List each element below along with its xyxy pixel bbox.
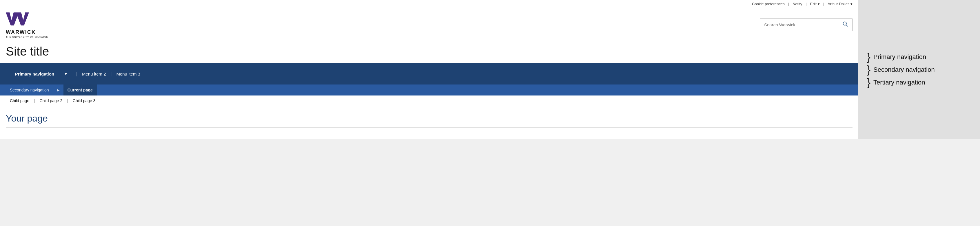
sep1: | <box>788 2 789 6</box>
primary-nav-item-1[interactable]: Primary navigation ▾ <box>6 63 76 84</box>
secondary-nav-current[interactable]: Current page <box>64 84 97 95</box>
annotation-tertiary: } Tertiary navigation <box>867 77 971 88</box>
logo-subtext: THE UNIVERSITY OF WARWICK <box>6 36 48 38</box>
primary-nav-item-2[interactable]: Menu item 2 <box>77 68 111 81</box>
tertiary-nav-item-2[interactable]: Child page 2 <box>36 95 67 106</box>
tertiary-sep-2: | <box>66 95 69 106</box>
brace-primary: } <box>867 52 870 62</box>
tertiary-nav-item-3[interactable]: Child page 3 <box>69 95 100 106</box>
search-box <box>760 19 853 31</box>
brace-tertiary: } <box>867 77 870 88</box>
tertiary-sep-1: | <box>33 95 36 106</box>
annotation-tertiary-label: Tertiary navigation <box>873 79 925 86</box>
primary-nav-dropdown-1: ▾ <box>60 67 72 81</box>
user-dropdown-icon: ▾ <box>851 2 853 6</box>
notify-link[interactable]: Notify <box>792 2 802 6</box>
brace-secondary: } <box>867 65 870 75</box>
utility-bar: Cookie preferences | Notify | Edit ▾ | A… <box>0 0 858 8</box>
svg-line-2 <box>846 25 848 26</box>
search-container <box>760 19 853 31</box>
primary-nav: Primary navigation ▾ | Menu item 2 | Men… <box>0 63 858 84</box>
svg-point-1 <box>843 22 847 25</box>
annotation-secondary: } Secondary navigation <box>867 65 971 75</box>
secondary-nav-item-1[interactable]: Secondary navigation <box>6 84 53 95</box>
annotations-panel: } Primary navigation } Secondary navigat… <box>858 0 980 139</box>
annotation-secondary-label: Secondary navigation <box>873 66 935 74</box>
search-button[interactable] <box>838 19 852 31</box>
logo-container[interactable]: WARWICK THE UNIVERSITY OF WARWICK <box>6 11 48 38</box>
cookie-preferences-link[interactable]: Cookie preferences <box>752 2 785 6</box>
edit-link[interactable]: Edit ▾ <box>810 2 820 6</box>
username-label: Arthur Dallas <box>827 2 849 6</box>
edit-dropdown-icon: ▾ <box>818 2 820 6</box>
site-title: Site title <box>6 44 853 58</box>
svg-marker-0 <box>6 13 29 25</box>
annotation-primary: } Primary navigation <box>867 52 971 62</box>
sep3: | <box>823 2 824 6</box>
page-divider <box>6 127 853 128</box>
page-title: Your page <box>6 113 853 124</box>
tertiary-nav-item-1[interactable]: Child page <box>6 95 33 106</box>
secondary-nav-arrow: ▶ <box>53 85 64 95</box>
main-content: Cookie preferences | Notify | Edit ▾ | A… <box>0 0 858 139</box>
sep2: | <box>805 2 807 6</box>
primary-nav-label-1: Primary navigation <box>10 68 59 81</box>
primary-nav-item-3[interactable]: Menu item 3 <box>111 68 145 81</box>
edit-label: Edit <box>810 2 816 6</box>
search-input[interactable] <box>760 19 838 30</box>
tertiary-nav: Child page | Child page 2 | Child page 3 <box>0 95 858 106</box>
user-menu-link[interactable]: Arthur Dallas ▾ <box>827 2 853 6</box>
header: WARWICK THE UNIVERSITY OF WARWICK <box>0 8 858 41</box>
annotation-primary-label: Primary navigation <box>873 53 926 61</box>
warwick-logo <box>6 11 29 28</box>
page-wrapper: Cookie preferences | Notify | Edit ▾ | A… <box>0 0 980 139</box>
logo-text: WARWICK <box>6 29 36 35</box>
site-title-bar: Site title <box>0 41 858 63</box>
secondary-nav: Secondary navigation ▶ Current page <box>0 84 858 95</box>
page-content: Your page <box>0 106 858 139</box>
